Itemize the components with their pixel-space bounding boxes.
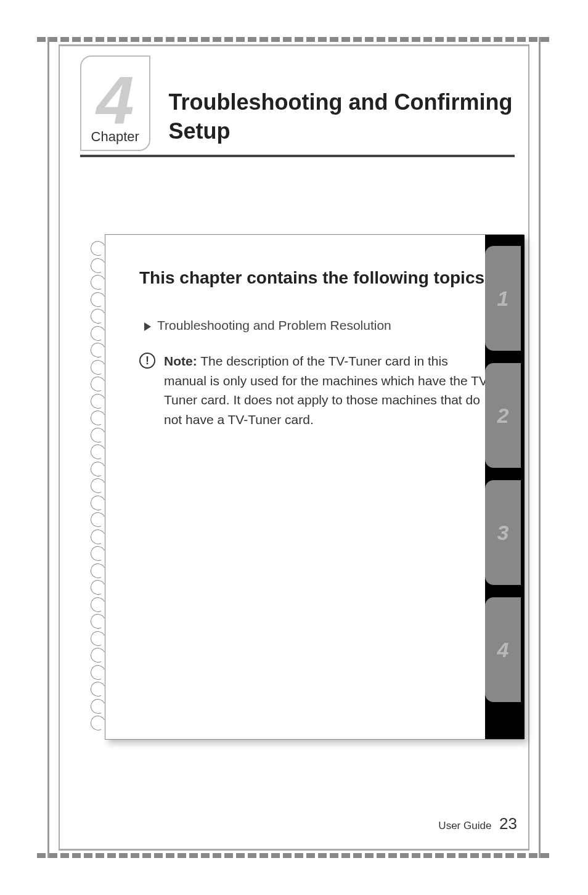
side-right (539, 37, 541, 858)
spiral-binding (91, 241, 109, 733)
tab-number: 4 (497, 638, 509, 662)
footer-label: User Guide (438, 820, 491, 832)
topics-heading: This chapter contains the following topi… (139, 266, 492, 290)
tab-number: 1 (497, 287, 509, 311)
warning-icon: ! (139, 353, 155, 369)
bullet-arrow-icon (144, 322, 151, 331)
tab-number: 2 (497, 404, 509, 428)
page-number: 23 (499, 814, 517, 833)
side-left (47, 37, 49, 858)
note-block: ! Note: The description of the TV-Tuner … (139, 351, 492, 429)
note-body: The description of the TV-Tuner card in … (164, 354, 491, 427)
chapter-number: 4 (96, 66, 134, 134)
chapter-title: Troubleshooting and Confirming Setup (169, 88, 527, 151)
dash-top (37, 37, 551, 42)
note-text: Note: The description of the TV-Tuner ca… (164, 351, 492, 429)
topics-card: This chapter contains the following topi… (105, 234, 524, 740)
note-label: Note: (164, 354, 197, 368)
title-underline (80, 155, 515, 157)
chapter-label: Chapter (91, 129, 139, 145)
tab-3[interactable]: 3 (485, 480, 521, 585)
chapter-header: 4 Chapter Troubleshooting and Confirming… (80, 55, 526, 157)
section-tabs: 1 2 3 4 (485, 235, 525, 739)
tab-4[interactable]: 4 (485, 597, 521, 702)
dash-bottom (37, 853, 551, 858)
topic-item: Troubleshooting and Problem Resolution (144, 318, 492, 333)
footer: User Guide 23 (438, 814, 517, 833)
chapter-badge: 4 Chapter (80, 55, 150, 151)
topic-text: Troubleshooting and Problem Resolution (157, 318, 391, 332)
tab-1[interactable]: 1 (485, 246, 521, 351)
tab-2[interactable]: 2 (485, 363, 521, 468)
tab-number: 3 (497, 521, 509, 545)
